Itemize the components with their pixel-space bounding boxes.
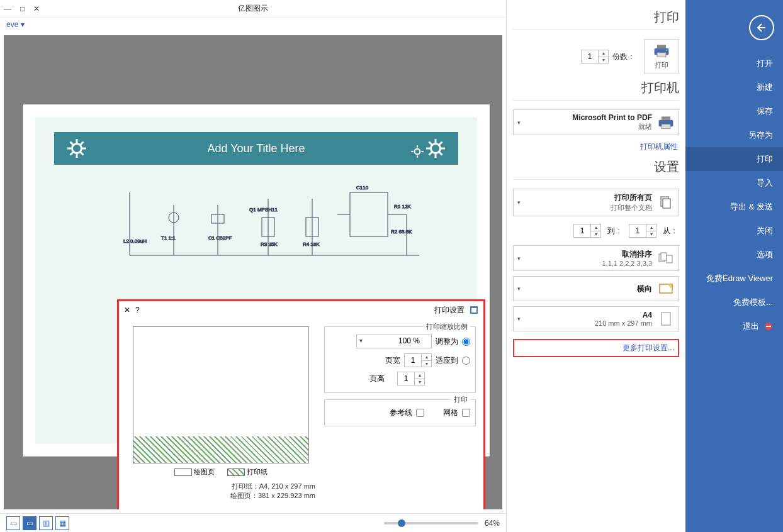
svg-line-36 bbox=[81, 152, 84, 155]
back-button[interactable] bbox=[749, 15, 774, 40]
svg-text:T1 1:1: T1 1:1 bbox=[161, 235, 176, 241]
zoom-level: 64% bbox=[485, 519, 500, 528]
copies-input[interactable] bbox=[582, 50, 598, 63]
close-button[interactable]: ✕ bbox=[33, 4, 40, 13]
printer-section-title: 打印机 bbox=[513, 79, 679, 101]
svg-line-24 bbox=[439, 142, 442, 145]
pages-tall-spinner[interactable]: ▴▾ bbox=[397, 372, 425, 385]
svg-rect-12 bbox=[661, 253, 667, 260]
spin-up[interactable]: ▴ bbox=[599, 50, 608, 57]
sidebar-item-7[interactable]: 关闭 bbox=[685, 219, 783, 243]
print-button-label: 打印 bbox=[655, 60, 668, 70]
svg-line-37 bbox=[70, 152, 74, 155]
svg-rect-6 bbox=[662, 116, 670, 119]
svg-text:C1 C52PF: C1 C52PF bbox=[208, 235, 232, 241]
dialog-close-button[interactable]: ✕ bbox=[124, 306, 130, 314]
sidebar-item-0[interactable]: 打开 bbox=[685, 52, 783, 75]
svg-line-35 bbox=[70, 142, 74, 145]
dialog-help-button[interactable]: ? bbox=[135, 306, 140, 314]
printer-icon bbox=[653, 44, 670, 58]
gear-icon bbox=[409, 143, 425, 160]
sidebar-item-6[interactable]: 导出 & 发送 bbox=[685, 195, 783, 219]
view-mode-2[interactable]: ▭ bbox=[23, 516, 37, 530]
scale-fieldset: 打印缩放比例 调整为 100 % 适应到 ▴▾ 页宽 bbox=[324, 326, 476, 393]
orientation-icon bbox=[657, 280, 675, 297]
collate-dropdown[interactable]: 取消排序1,1,1 2,2,2 3,3,3 ▾ bbox=[513, 245, 679, 271]
svg-line-22 bbox=[439, 152, 442, 155]
dialog-icon bbox=[470, 306, 478, 314]
svg-rect-2 bbox=[657, 45, 666, 48]
svg-rect-63 bbox=[471, 308, 476, 313]
print-button[interactable]: 打印 bbox=[644, 39, 679, 74]
print-settings-dialog: 打印设置 ? ✕ 打印缩放比例 调整为 100 % bbox=[117, 299, 485, 509]
pages-wide-spinner[interactable]: ▴▾ bbox=[404, 353, 432, 367]
print-section-title: 打印 bbox=[513, 9, 679, 30]
zoom-slider[interactable] bbox=[384, 522, 478, 524]
view-mode-4[interactable]: ▦ bbox=[55, 516, 69, 530]
sidebar-item-10[interactable]: 免费模板... bbox=[685, 291, 783, 314]
gear-icon bbox=[424, 137, 447, 160]
view-mode-1[interactable]: ▭ bbox=[6, 516, 20, 530]
sidebar-item-4[interactable]: 打印 bbox=[685, 147, 783, 171]
from-spinner[interactable]: ▴▾ bbox=[629, 224, 656, 238]
adjust-radio[interactable] bbox=[462, 338, 470, 346]
printer-icon bbox=[657, 114, 675, 131]
svg-line-21 bbox=[429, 142, 432, 145]
svg-point-16 bbox=[431, 144, 441, 153]
spin-down[interactable]: ▾ bbox=[599, 57, 608, 64]
paper-dropdown[interactable]: A4210 mm x 297 mm ▾ bbox=[513, 306, 679, 331]
sidebar-item-5[interactable]: 导入 bbox=[685, 171, 783, 195]
to-spinner[interactable]: ▴▾ bbox=[573, 224, 601, 238]
status-bar: ▭ ▭ ▥ ▦ 64% bbox=[0, 513, 506, 532]
svg-line-38 bbox=[81, 142, 84, 145]
minimize-button[interactable]: — bbox=[4, 4, 11, 13]
svg-text:Q1 MPSH11: Q1 MPSH11 bbox=[249, 207, 278, 213]
more-print-settings-link[interactable]: 更多打印设置... bbox=[517, 341, 675, 355]
svg-line-23 bbox=[429, 152, 432, 155]
sidebar-item-2[interactable]: 保存 bbox=[685, 99, 783, 123]
svg-text:R1 12K: R1 12K bbox=[394, 204, 411, 209]
file-menu-sidebar: 打开新建保存另存为打印导入导出 & 发送关闭选项免费Edraw Viewer免费… bbox=[685, 0, 783, 532]
sidebar-item-1[interactable]: 新建 bbox=[685, 75, 783, 99]
gear-icon bbox=[65, 137, 88, 160]
svg-rect-39 bbox=[350, 192, 388, 236]
dialog-preview bbox=[133, 326, 309, 463]
pages-dropdown[interactable]: 打印所有页打印整个文档 ▾ bbox=[513, 189, 679, 216]
copies-label: 份数： bbox=[612, 52, 635, 62]
printer-dropdown[interactable]: Microsoft Print to PDF就绪 ▾ bbox=[513, 109, 679, 135]
paper-icon bbox=[657, 310, 675, 328]
fit-radio[interactable] bbox=[462, 357, 470, 365]
orientation-dropdown[interactable]: 横向 ▾ bbox=[513, 276, 679, 301]
main-area: — □ ✕ 亿图图示 eve ▾ Add Your Title Here bbox=[0, 0, 506, 532]
window-title: 亿图图示 bbox=[238, 3, 268, 14]
print-fieldset: 打印 网格 参考线 bbox=[324, 399, 476, 426]
maximize-button[interactable]: □ bbox=[20, 4, 25, 13]
svg-point-30 bbox=[72, 144, 82, 153]
svg-rect-1 bbox=[766, 326, 771, 327]
print-preview-canvas: Add Your Title Here bbox=[4, 35, 502, 509]
view-mode-3[interactable]: ▥ bbox=[39, 516, 53, 530]
grid-checkbox[interactable] bbox=[462, 409, 470, 417]
settings-section-title: 设置 bbox=[513, 158, 679, 180]
printer-properties-link[interactable]: 打印机属性 bbox=[513, 140, 679, 153]
window-titlebar: — □ ✕ 亿图图示 bbox=[0, 0, 506, 18]
collate-icon bbox=[657, 250, 675, 267]
user-dropdown[interactable]: eve ▾ bbox=[0, 18, 506, 31]
sidebar-item-8[interactable]: 选项 bbox=[685, 243, 783, 267]
svg-text:R4 16K: R4 16K bbox=[303, 241, 320, 247]
guides-checkbox[interactable] bbox=[416, 409, 424, 417]
chevron-down-icon: ▾ bbox=[517, 119, 521, 126]
sidebar-item-3[interactable]: 另存为 bbox=[685, 123, 783, 147]
preview-banner: Add Your Title Here bbox=[54, 132, 458, 165]
copies-spinner[interactable]: ▴▾ bbox=[581, 50, 609, 64]
sidebar-item-9[interactable]: 免费Edraw Viewer bbox=[685, 267, 783, 291]
svg-point-5 bbox=[666, 49, 667, 50]
svg-text:L2 0.08uH: L2 0.08uH bbox=[123, 238, 147, 244]
sidebar-item-11[interactable]: 退出 bbox=[685, 314, 783, 338]
svg-rect-4 bbox=[657, 52, 666, 57]
percent-select[interactable]: 100 % bbox=[356, 335, 432, 348]
svg-rect-10 bbox=[663, 199, 670, 208]
print-settings-panel: 打印 打印 份数： ▴▾ 打印机 Microsoft Print to PDF就… bbox=[506, 0, 685, 532]
svg-text:R3 25K: R3 25K bbox=[261, 241, 278, 247]
more-settings-highlight: 更多打印设置... bbox=[513, 339, 679, 357]
